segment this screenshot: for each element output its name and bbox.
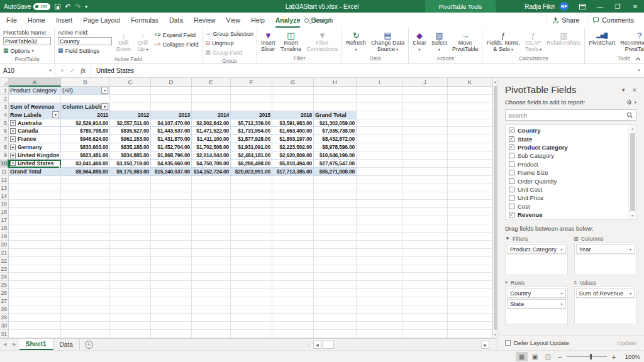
cell-F4[interactable]: 2015 bbox=[231, 111, 272, 119]
cell-D5[interactable]: $4,107,470.00 bbox=[151, 119, 192, 128]
filter-connections-button[interactable]: ▼FilterConnections bbox=[304, 28, 340, 53]
group-selection-button[interactable]: →Group Selection bbox=[206, 30, 254, 38]
cell-J2[interactable] bbox=[402, 95, 448, 103]
cell-I21[interactable] bbox=[357, 249, 402, 257]
cell-B10[interactable]: $3,041,468.00 bbox=[61, 160, 110, 168]
cell-H15[interactable] bbox=[314, 200, 357, 208]
cell-D18[interactable] bbox=[151, 224, 192, 233]
cell-I23[interactable] bbox=[357, 265, 402, 273]
comments-button[interactable]: Comments bbox=[587, 15, 639, 25]
cell-G30[interactable] bbox=[272, 322, 314, 330]
cell-F17[interactable] bbox=[231, 216, 272, 224]
cell-D30[interactable] bbox=[151, 322, 192, 330]
cell-C25[interactable] bbox=[110, 281, 151, 289]
cell-B17[interactable] bbox=[61, 216, 110, 224]
cell-D12[interactable] bbox=[151, 176, 192, 184]
cell-E6[interactable]: $1,471,522.00 bbox=[192, 127, 231, 135]
cell-H2[interactable] bbox=[314, 95, 357, 103]
autosave-toggle[interactable]: AutoSave Off bbox=[4, 3, 50, 10]
field-item-frame-size[interactable]: Frame Size bbox=[506, 168, 628, 177]
cell-E15[interactable] bbox=[192, 200, 231, 208]
expand-collapse-icon[interactable]: + bbox=[10, 128, 16, 134]
cell-F11[interactable]: $20,023,991.00 bbox=[231, 168, 272, 176]
row-header-3[interactable]: 3 bbox=[0, 103, 9, 111]
field-settings-button[interactable]: ▦ Field Settings bbox=[58, 47, 112, 55]
row-header-25[interactable]: 25 bbox=[0, 281, 9, 289]
cell-J22[interactable] bbox=[402, 257, 448, 265]
cell-B15[interactable] bbox=[61, 200, 110, 208]
fill-handle[interactable] bbox=[59, 166, 62, 168]
field-list-scrollbar[interactable]: ▲ ▼ bbox=[628, 125, 636, 219]
cell-G19[interactable] bbox=[272, 233, 314, 241]
field-item-unit-price[interactable]: Unit Price bbox=[506, 194, 628, 202]
cell-E2[interactable] bbox=[192, 95, 231, 103]
cell-G21[interactable] bbox=[272, 249, 314, 257]
collapse-field-button[interactable]: −≡ Collapse Field bbox=[154, 40, 199, 48]
options-button[interactable]: ▦ Options ▾ bbox=[3, 47, 51, 55]
cell-K13[interactable] bbox=[448, 184, 492, 192]
pane-options-caret-icon[interactable]: ▾ bbox=[622, 87, 625, 93]
scroll-up-icon[interactable]: ▲ bbox=[631, 125, 634, 133]
cell-C29[interactable] bbox=[110, 314, 151, 322]
minimize-button[interactable]: ― bbox=[591, 0, 609, 13]
tab-analyze[interactable]: Analyze bbox=[275, 13, 301, 28]
row-header-28[interactable]: 28 bbox=[0, 305, 9, 314]
checkbox-icon[interactable] bbox=[509, 195, 514, 200]
cell-D27[interactable] bbox=[151, 297, 192, 305]
cell-B1[interactable]: (All)▾ bbox=[61, 87, 110, 95]
cell-F12[interactable] bbox=[231, 176, 272, 184]
field-item-country[interactable]: ✓Country bbox=[506, 126, 628, 134]
cell-C20[interactable] bbox=[110, 241, 151, 249]
cell-A21[interactable] bbox=[9, 249, 61, 257]
cell-E16[interactable] bbox=[192, 208, 231, 216]
zoom-level[interactable]: 100% bbox=[623, 353, 640, 360]
rows-area[interactable]: Country▾State▾ bbox=[505, 287, 568, 324]
row-header-5[interactable]: 5 bbox=[0, 119, 9, 128]
cell-K2[interactable] bbox=[448, 95, 492, 103]
cell-K19[interactable] bbox=[448, 233, 492, 241]
sheet-nav-next-icon[interactable]: ▶ bbox=[9, 339, 19, 350]
cell-F6[interactable]: $1,731,954.00 bbox=[231, 127, 272, 135]
checkbox-icon[interactable] bbox=[509, 162, 514, 167]
cell-C8[interactable]: $835,188.00 bbox=[110, 143, 151, 151]
cell-H28[interactable] bbox=[314, 305, 357, 314]
cell-K24[interactable] bbox=[448, 273, 492, 281]
cell-G22[interactable] bbox=[272, 257, 314, 265]
cell-B14[interactable] bbox=[61, 192, 110, 200]
row-header-2[interactable]: 2 bbox=[0, 95, 9, 103]
cell-D8[interactable]: $1,452,704.00 bbox=[151, 143, 192, 151]
cell-H21[interactable] bbox=[314, 249, 357, 257]
tab-view[interactable]: View bbox=[226, 13, 241, 28]
cell-J9[interactable] bbox=[402, 151, 448, 160]
checkbox-icon[interactable] bbox=[509, 204, 514, 209]
field-item-unit-cost[interactable]: Unit Cost bbox=[506, 185, 628, 194]
row-header-27[interactable]: 27 bbox=[0, 297, 9, 305]
cell-J20[interactable] bbox=[402, 241, 448, 249]
cell-J16[interactable] bbox=[402, 208, 448, 216]
cell-J5[interactable] bbox=[402, 119, 448, 128]
page-break-view-icon[interactable]: ◫ bbox=[542, 352, 554, 361]
drill-up-button[interactable]: ↑ Drill Up▾ bbox=[133, 28, 152, 53]
field-item-product[interactable]: Product bbox=[506, 160, 628, 168]
cell-A8[interactable]: +Germany bbox=[9, 143, 61, 151]
cell-K18[interactable] bbox=[448, 224, 492, 233]
cell-I19[interactable] bbox=[357, 233, 402, 241]
fields-items-sets-button[interactable]: ƒFields, Items,& Sets▾ bbox=[484, 28, 523, 53]
cell-H26[interactable] bbox=[314, 289, 357, 297]
row-header-15[interactable]: 15 bbox=[0, 200, 9, 208]
avatar[interactable]: RF bbox=[560, 2, 569, 11]
cell-C1[interactable] bbox=[110, 87, 151, 95]
area-field-sum-of-revenue[interactable]: Sum of Revenue▾ bbox=[576, 288, 635, 298]
formula-content[interactable]: United States bbox=[91, 63, 634, 77]
select-all-corner[interactable] bbox=[0, 78, 9, 87]
move-pivottable-button[interactable]: →MovePivotTable bbox=[450, 28, 481, 53]
cell-F22[interactable] bbox=[231, 257, 272, 265]
cell-I12[interactable] bbox=[357, 176, 402, 184]
cell-G20[interactable] bbox=[272, 241, 314, 249]
cell-F13[interactable] bbox=[231, 184, 272, 192]
cell-E9[interactable]: $2,014,044.00 bbox=[192, 151, 231, 160]
pivotchart-button[interactable]: ▂▅█PivotChart bbox=[586, 28, 618, 47]
cell-K10[interactable] bbox=[448, 160, 492, 168]
cell-C30[interactable] bbox=[110, 322, 151, 330]
cell-E18[interactable] bbox=[192, 224, 231, 233]
